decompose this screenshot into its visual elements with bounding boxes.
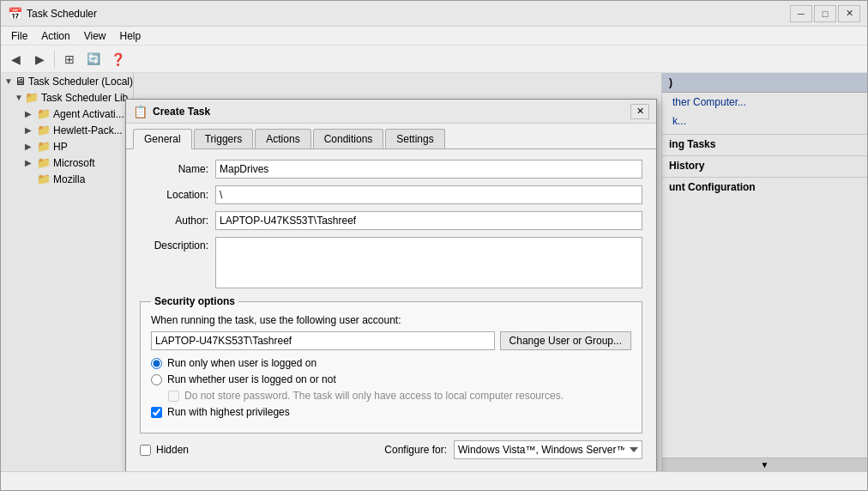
app-icon: 📅 xyxy=(8,7,21,21)
toolbar-refresh[interactable]: 🔄 xyxy=(82,49,105,70)
configure-select[interactable]: Windows Vista™, Windows Server™ 2008Wind… xyxy=(454,440,642,459)
dialog-overlay: 📋 Create Task ✕ General Triggers Actions… xyxy=(1,73,867,471)
title-bar-text: Task Scheduler xyxy=(27,8,790,20)
tab-bar: General Triggers Actions Conditions Sett… xyxy=(126,124,656,149)
radio-logged-on[interactable] xyxy=(151,358,162,369)
user-account-row: Change User or Group... xyxy=(151,331,631,350)
description-label: Description: xyxy=(140,237,208,252)
toolbar-separator xyxy=(54,51,55,68)
author-label: Author: xyxy=(140,215,208,227)
menu-action[interactable]: Action xyxy=(34,28,76,44)
name-label: Name: xyxy=(140,163,208,175)
tab-settings[interactable]: Settings xyxy=(385,129,444,149)
menu-help[interactable]: Help xyxy=(113,28,148,44)
user-account-input[interactable] xyxy=(151,331,495,350)
main-window: 📅 Task Scheduler ─ □ ✕ File Action View … xyxy=(0,0,868,491)
radio-logged-on-label: Run only when user is logged on xyxy=(167,357,316,369)
status-bar xyxy=(1,471,867,490)
menu-view[interactable]: View xyxy=(77,28,113,44)
radio-whether[interactable] xyxy=(151,374,162,385)
toolbar-grid[interactable]: ⊞ xyxy=(58,49,81,70)
author-input[interactable] xyxy=(215,211,642,230)
toolbar-back[interactable]: ◀ xyxy=(4,49,27,70)
checkbox-highest-privileges[interactable] xyxy=(151,407,162,418)
hidden-checkbox-row: Hidden xyxy=(140,444,189,456)
location-input[interactable] xyxy=(215,185,642,204)
radio-whether-row: Run whether user is logged on or not xyxy=(151,373,631,385)
checkbox-hidden[interactable] xyxy=(140,445,151,456)
tab-general[interactable]: General xyxy=(133,129,192,149)
close-button[interactable]: ✕ xyxy=(838,5,860,22)
menu-bar: File Action View Help xyxy=(1,27,867,45)
minimize-button[interactable]: ─ xyxy=(790,5,812,22)
dialog-title-text: Create Task xyxy=(153,106,630,118)
title-bar: 📅 Task Scheduler ─ □ ✕ xyxy=(1,1,867,27)
dialog-buttons: OK Cancel xyxy=(126,470,656,471)
location-row: Location: xyxy=(140,185,642,204)
hidden-label: Hidden xyxy=(156,444,189,456)
bottom-section: Hidden Configure for: Windows Vista™, Wi… xyxy=(140,440,642,459)
author-row: Author: xyxy=(140,211,642,230)
name-input[interactable] xyxy=(215,160,642,179)
location-label: Location: xyxy=(140,189,208,201)
checkbox-no-password xyxy=(168,391,179,402)
dialog-close-button[interactable]: ✕ xyxy=(630,104,649,119)
tab-actions[interactable]: Actions xyxy=(255,129,310,149)
toolbar-forward[interactable]: ▶ xyxy=(28,49,51,70)
title-bar-buttons: ─ □ ✕ xyxy=(790,5,860,22)
radio-logged-on-row: Run only when user is logged on xyxy=(151,357,631,369)
tab-conditions[interactable]: Conditions xyxy=(313,129,384,149)
checkbox-highest-label: Run with highest privileges xyxy=(167,406,290,418)
radio-whether-label: Run whether user is logged on or not xyxy=(167,373,336,385)
tab-triggers[interactable]: Triggers xyxy=(194,129,254,149)
checkbox-no-password-label: Do not store password. The task will onl… xyxy=(184,390,564,402)
security-group: Security options When running the task, … xyxy=(140,295,642,433)
dialog-title-icon: 📋 xyxy=(133,105,148,118)
security-legend: Security options xyxy=(151,295,238,307)
change-user-button[interactable]: Change User or Group... xyxy=(500,331,631,350)
checkbox-no-password-row: Do not store password. The task will onl… xyxy=(151,390,631,402)
menu-file[interactable]: File xyxy=(4,28,34,44)
dialog-content: Name: Location: Author: xyxy=(126,149,656,470)
checkbox-highest-row: Run with highest privileges xyxy=(151,406,631,418)
security-account-label: When running the task, use the following… xyxy=(151,314,631,326)
description-row: Description: xyxy=(140,237,642,288)
maximize-button[interactable]: □ xyxy=(814,5,836,22)
content-area: ▼ 🖥 Task Scheduler (Local) ▼ 📁 Task Sche… xyxy=(1,73,867,471)
name-row: Name: xyxy=(140,160,642,179)
dialog-titlebar: 📋 Create Task ✕ xyxy=(126,100,656,124)
description-textarea[interactable] xyxy=(215,237,642,288)
create-task-dialog: 📋 Create Task ✕ General Triggers Actions… xyxy=(125,99,657,471)
configure-label: Configure for: xyxy=(384,444,447,456)
toolbar-help[interactable]: ❓ xyxy=(106,49,129,70)
toolbar: ◀ ▶ ⊞ 🔄 ❓ xyxy=(1,45,867,73)
